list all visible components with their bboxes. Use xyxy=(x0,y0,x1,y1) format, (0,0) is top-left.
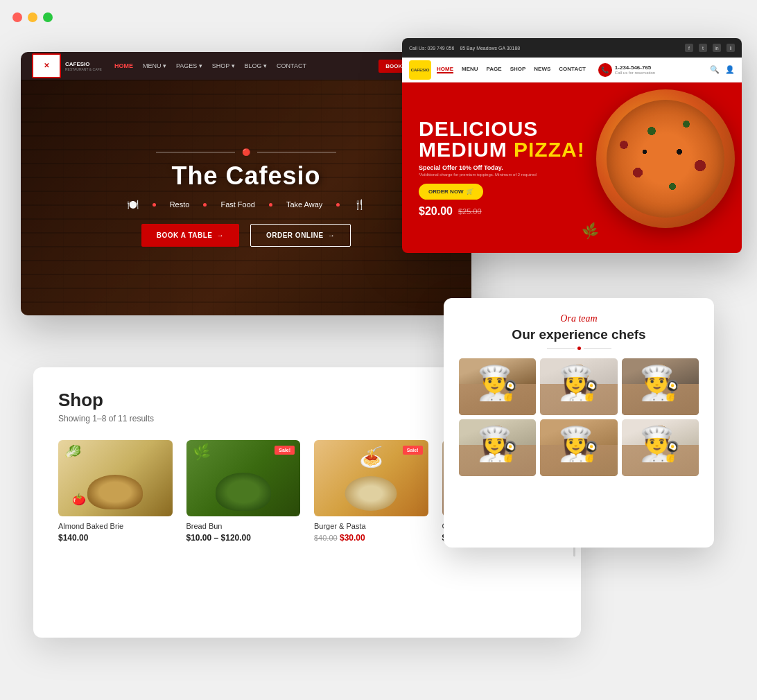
chef-photo-1: 👨‍🍳 xyxy=(459,358,536,415)
pizza-nav-menu[interactable]: MENU xyxy=(462,66,478,73)
arrow-icon: → xyxy=(216,231,224,239)
pizza-nav-home[interactable]: HOME xyxy=(437,66,453,73)
book-table-btn[interactable]: BOOK A TABLE → xyxy=(141,224,239,247)
minimize-dot[interactable] xyxy=(28,12,37,22)
cafesio-nav-pages[interactable]: PAGES ▾ xyxy=(176,62,202,69)
cafesio-nav-shop[interactable]: SHOP ▾ xyxy=(212,62,235,69)
tag-dot-3 xyxy=(269,203,272,207)
tag-icon-right: 🍴 xyxy=(354,199,365,210)
chef-photo-3: 👨‍🍳 xyxy=(622,358,699,415)
chef-photo-6: 👨‍🍳 xyxy=(622,419,699,476)
hero-tag-resto: Resto xyxy=(170,200,190,209)
linkedin-icon[interactable]: li xyxy=(726,44,735,52)
pizza-offer-sub: *Additional charge for premium toppings.… xyxy=(419,173,725,177)
chef-avatar-5: 👩‍🍳 xyxy=(558,425,600,464)
cafesio-nav-blog[interactable]: BLOG ▾ xyxy=(245,62,268,69)
pizza-nav-contact[interactable]: CONTACT xyxy=(559,66,586,73)
sale-badge-2: Sale! xyxy=(275,446,295,455)
flame-icon: 🔴 xyxy=(242,148,250,156)
hero-title: The Cafesio xyxy=(171,161,320,191)
chef-photo-5: 👩‍🍳 xyxy=(540,419,617,476)
pasta-icon: 🍝 xyxy=(359,446,383,469)
user-icon[interactable]: 👤 xyxy=(725,65,735,74)
shop-item-name-1: Almond Baked Brie xyxy=(58,522,173,530)
shop-item-name-3: Burger & Pasta xyxy=(314,522,428,530)
cafesio-nav-menu[interactable]: MENU ▾ xyxy=(143,62,166,69)
lettuce-icon: 🥬 xyxy=(63,441,85,462)
book-table-label: BOOK A TABLE xyxy=(157,231,213,239)
pizza-phone-info-block: 1-234-546-765 Call us for reservation xyxy=(615,64,655,75)
window-controls xyxy=(12,12,53,22)
cafesio-brand-name: CAFESIO xyxy=(65,61,102,67)
maximize-dot[interactable] xyxy=(43,12,53,22)
shop-item-price-1: $140.00 xyxy=(58,533,173,543)
cafesio-logo: ✕ CAFESIO RESTAURANT & CAFE xyxy=(32,53,102,78)
shop-item-2[interactable]: Sale! 🌿 Bread Bun $10.00 – $120.00 xyxy=(186,440,301,543)
instagram-icon[interactable]: in xyxy=(713,44,721,52)
tag-icon-left: 🍽️ xyxy=(127,199,139,210)
chef-photo-2: 👩‍🍳 xyxy=(540,358,617,415)
pizza-title: DELICIOUS MEDIUM PIZZA! xyxy=(419,119,725,160)
search-icon[interactable]: 🔍 xyxy=(710,65,720,74)
twitter-icon[interactable]: t xyxy=(699,44,707,52)
cafesio-nav-contact[interactable]: CONTACT xyxy=(277,62,306,69)
chefs-divider-line-left xyxy=(547,348,575,349)
facebook-icon[interactable]: f xyxy=(685,44,693,52)
pizza-phone-info: Call Us: 039 749 056 xyxy=(409,46,454,51)
pizza-phone-sub: Call us for reservation xyxy=(615,71,655,75)
pizza-nav-page[interactable]: PAGE xyxy=(487,66,502,73)
cafesio-nav-home[interactable]: HOME xyxy=(114,62,133,69)
cafesio-logo-box: ✕ xyxy=(32,53,61,78)
shop-item-price-2: $10.00 – $120.00 xyxy=(186,533,301,543)
cafesio-brand-sub: RESTAURANT & CAFE xyxy=(65,67,102,71)
order-btn-label: ORDER NOW xyxy=(428,189,464,195)
order-online-label: ORDER ONLINE xyxy=(266,231,324,239)
divider-line-right xyxy=(257,152,336,152)
pizza-nav-items: HOME MENU PAGE SHOP NEWS CONTACT xyxy=(437,66,586,73)
pizza-price-current: $20.00 xyxy=(419,205,453,218)
chefs-title: Our experience chefs xyxy=(459,327,699,342)
close-dot[interactable] xyxy=(12,12,22,22)
chefs-photo-grid: 👨‍🍳 👩‍🍳 👨‍🍳 👩‍🍳 👩‍🍳 👨‍🍳 xyxy=(459,358,699,476)
pizza-logo: CAFESIO xyxy=(409,60,431,80)
hero-buttons: BOOK A TABLE → ORDER ONLINE → xyxy=(141,224,351,247)
chefs-divider-dot xyxy=(577,347,581,350)
pizza-price-original: $25.00 xyxy=(458,207,482,216)
tomato-icon: 🍅 xyxy=(72,493,86,506)
pizza-offer-text: Special Offer 10% Off Today. xyxy=(419,164,725,171)
pizza-phone-number: 1-234-546-765 xyxy=(615,64,655,71)
pizza-order-btn[interactable]: ORDER NOW 🛒 xyxy=(419,184,483,200)
divider-line-left xyxy=(156,152,235,152)
pizza-address-info: 85 Bay Meadows GA 30188 xyxy=(460,46,520,51)
herb-icon-2: 🌿 xyxy=(192,442,212,462)
pizza-title-line2: MEDIUM PIZZA! xyxy=(419,139,725,160)
shop-item-image-1: 🥬 🍅 xyxy=(58,440,173,516)
chefs-divider-line-right xyxy=(584,348,611,349)
herb-decoration: 🌿 xyxy=(580,222,600,241)
pizza-hero-content: DELICIOUS MEDIUM PIZZA! Special Offer 10… xyxy=(419,119,725,218)
shop-item-1[interactable]: 🥬 🍅 Almond Baked Brie $140.00 xyxy=(58,440,173,543)
shop-item-name-2: Bread Bun xyxy=(186,522,301,530)
pizza-window: Call Us: 039 749 056 85 Bay Meadows GA 3… xyxy=(402,38,742,253)
pizza-nav-news[interactable]: NEWS xyxy=(534,66,550,73)
cafesio-menu: HOME MENU ▾ PAGES ▾ SHOP ▾ BLOG ▾ CONTAC… xyxy=(114,62,306,69)
tag-dot-2 xyxy=(203,203,207,207)
pizza-social-icons: f t in li xyxy=(685,44,735,52)
pizza-price-block: $20.00 $25.00 xyxy=(419,205,725,218)
order-online-btn[interactable]: ORDER ONLINE → xyxy=(250,224,351,247)
shop-item-3[interactable]: Sale! 🍝 Burger & Pasta $40.00 $30.00 xyxy=(314,440,428,543)
shop-item-image-3: Sale! 🍝 xyxy=(314,440,428,516)
sale-badge-3: Sale! xyxy=(403,446,423,455)
cart-icon: 🛒 xyxy=(467,189,473,195)
chef-avatar-3: 👨‍🍳 xyxy=(639,364,681,403)
cafesio-logo-icon: ✕ xyxy=(44,62,49,69)
hero-tag-fastfood: Fast Food xyxy=(220,200,255,209)
cafesio-logo-text-block: CAFESIO RESTAURANT & CAFE xyxy=(65,61,102,71)
chef-avatar-6: 👨‍🍳 xyxy=(639,425,681,464)
chef-avatar-2: 👩‍🍳 xyxy=(558,364,600,403)
hero-tag-takeaway: Take Away xyxy=(286,200,322,209)
pizza-nav-shop[interactable]: SHOP xyxy=(510,66,526,73)
chef-avatar-4: 👩‍🍳 xyxy=(477,425,519,464)
pizza-topbar: Call Us: 039 749 056 85 Bay Meadows GA 3… xyxy=(402,38,742,58)
tag-dot-1 xyxy=(153,203,156,207)
